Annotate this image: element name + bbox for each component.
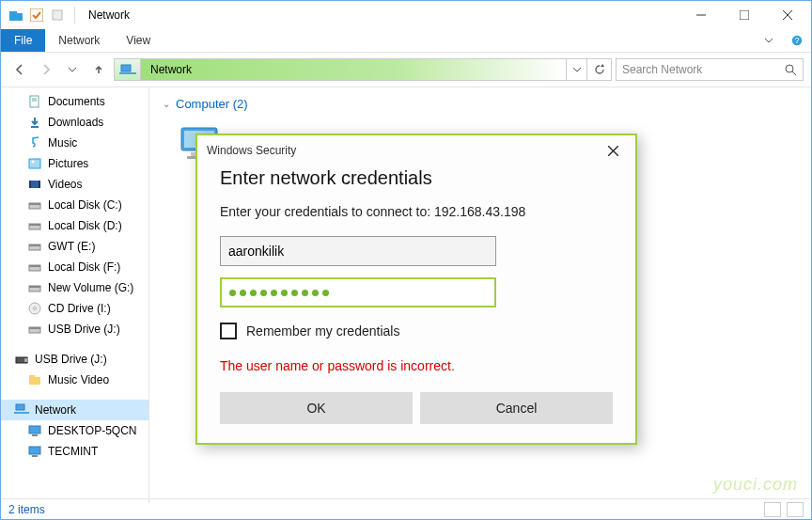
ribbon-expand-icon[interactable] — [755, 29, 783, 52]
svg-rect-32 — [29, 286, 40, 288]
qat-dropdown-icon[interactable] — [50, 8, 65, 23]
sidebar-item-network[interactable]: Network — [1, 400, 148, 420]
refresh-button[interactable] — [586, 59, 611, 80]
network-icon — [14, 402, 29, 418]
remember-checkbox[interactable]: Remember my credentials — [220, 323, 613, 339]
sidebar-item-label: DESKTOP-5QCN — [48, 424, 136, 437]
cd-icon — [27, 301, 42, 316]
sidebar-item-label: Network — [35, 403, 76, 417]
music-icon — [27, 135, 42, 150]
sidebar-item-label: Local Disk (F:) — [48, 260, 120, 274]
computer-icon — [27, 423, 42, 438]
svg-rect-46 — [32, 455, 38, 457]
sidebar-item-videos[interactable]: Videos — [1, 174, 148, 195]
sidebar-item-music[interactable]: Music — [1, 133, 148, 153]
svg-rect-45 — [29, 447, 40, 454]
nav-pane[interactable]: Documents Downloads Music Pictures Video… — [1, 87, 149, 503]
window-title: Network — [88, 8, 130, 22]
videos-icon — [27, 177, 42, 192]
svg-rect-41 — [16, 404, 24, 410]
address-bar[interactable]: Network — [114, 58, 612, 81]
nav-bar: Network Search Network — [1, 53, 811, 87]
back-button[interactable] — [8, 58, 31, 81]
svg-rect-44 — [32, 434, 38, 436]
search-input[interactable]: Search Network — [616, 58, 804, 81]
breadcrumb[interactable]: Network — [141, 59, 566, 80]
view-details-button[interactable] — [764, 502, 781, 517]
disk-icon — [27, 260, 42, 275]
tab-network[interactable]: Network — [45, 29, 113, 52]
sidebar-item-documents[interactable]: Documents — [1, 91, 148, 112]
forward-button[interactable] — [35, 58, 57, 81]
sidebar-item-computer-1[interactable]: DESKTOP-5QCN — [1, 420, 148, 441]
tab-file[interactable]: File — [1, 29, 45, 52]
minimize-button[interactable] — [679, 1, 723, 29]
downloads-icon — [27, 115, 42, 130]
sidebar-item-pictures[interactable]: Pictures — [1, 153, 148, 174]
folder-icon — [27, 372, 42, 387]
svg-rect-1 — [9, 11, 17, 14]
sidebar-item-disk-c[interactable]: Local Disk (C:) — [1, 195, 148, 215]
credentials-dialog: Windows Security Enter network credentia… — [195, 134, 637, 445]
svg-point-19 — [32, 161, 35, 164]
view-large-button[interactable] — [787, 502, 804, 517]
cancel-button[interactable]: Cancel — [420, 392, 613, 424]
help-icon[interactable]: ? — [783, 29, 811, 52]
sidebar-item-label: Local Disk (D:) — [48, 219, 122, 232]
dialog-title: Windows Security — [207, 144, 296, 157]
dialog-subtitle: Enter your credentials to connect to: 19… — [220, 204, 613, 219]
svg-rect-10 — [121, 65, 131, 71]
sidebar-item-usb-drive-2[interactable]: USB Drive (J:) — [1, 349, 148, 370]
section-label: Computer (2) — [176, 97, 248, 111]
svg-rect-22 — [39, 181, 40, 188]
dialog-close-button[interactable] — [600, 139, 626, 162]
sidebar-item-music-video[interactable]: Music Video — [1, 370, 148, 390]
svg-rect-14 — [30, 96, 39, 107]
qat-check-icon[interactable] — [29, 8, 44, 23]
svg-rect-21 — [29, 181, 31, 188]
sidebar-item-label: New Volume (G:) — [48, 281, 133, 294]
usb-icon — [14, 352, 29, 367]
address-dropdown-icon[interactable] — [566, 59, 586, 80]
svg-rect-38 — [24, 358, 27, 362]
svg-rect-0 — [9, 13, 23, 21]
ok-button[interactable]: OK — [220, 392, 413, 424]
disk-icon — [27, 218, 42, 233]
sidebar-item-new-volume[interactable]: New Volume (G:) — [1, 277, 148, 298]
recent-dropdown-icon[interactable] — [61, 58, 84, 81]
sidebar-item-cd-drive[interactable]: CD Drive (I:) — [1, 298, 148, 319]
svg-rect-24 — [29, 203, 40, 205]
tab-view[interactable]: View — [113, 29, 164, 52]
sidebar-item-label: Music Video — [48, 373, 109, 386]
close-button[interactable] — [766, 1, 809, 29]
search-placeholder: Search Network — [622, 63, 702, 76]
svg-point-12 — [786, 65, 793, 72]
svg-rect-3 — [53, 10, 62, 20]
svg-rect-36 — [29, 327, 40, 329]
sidebar-item-computer-2[interactable]: TECMINT — [1, 441, 148, 462]
svg-point-34 — [34, 307, 37, 310]
username-field[interactable]: aaronkilik — [220, 236, 496, 266]
sidebar-item-downloads[interactable]: Downloads — [1, 112, 148, 133]
usb-icon — [27, 322, 42, 337]
svg-rect-18 — [29, 159, 40, 168]
sidebar-item-label: Documents — [48, 95, 105, 108]
up-button[interactable] — [87, 58, 110, 81]
sidebar-item-label: Music — [48, 136, 77, 150]
section-header[interactable]: ⌄ Computer (2) — [163, 97, 798, 111]
sidebar-item-disk-f[interactable]: Local Disk (F:) — [1, 257, 148, 277]
sidebar-item-label: USB Drive (J:) — [48, 323, 120, 336]
separator — [74, 7, 75, 24]
sidebar-item-label: GWT (E:) — [48, 240, 95, 253]
sidebar-item-disk-d[interactable]: Local Disk (D:) — [1, 215, 148, 236]
pictures-icon — [27, 156, 42, 171]
sidebar-item-label: TECMINT — [48, 445, 98, 458]
chevron-down-icon: ⌄ — [163, 99, 170, 109]
maximize-button[interactable] — [723, 1, 766, 29]
password-field[interactable] — [220, 277, 496, 307]
sidebar-item-usb-drive[interactable]: USB Drive (J:) — [1, 319, 148, 339]
sidebar-item-gwt[interactable]: GWT (E:) — [1, 236, 148, 257]
sidebar-item-label: Videos — [48, 178, 82, 191]
title-bar: Network — [1, 1, 811, 29]
remember-label: Remember my credentials — [246, 323, 399, 339]
